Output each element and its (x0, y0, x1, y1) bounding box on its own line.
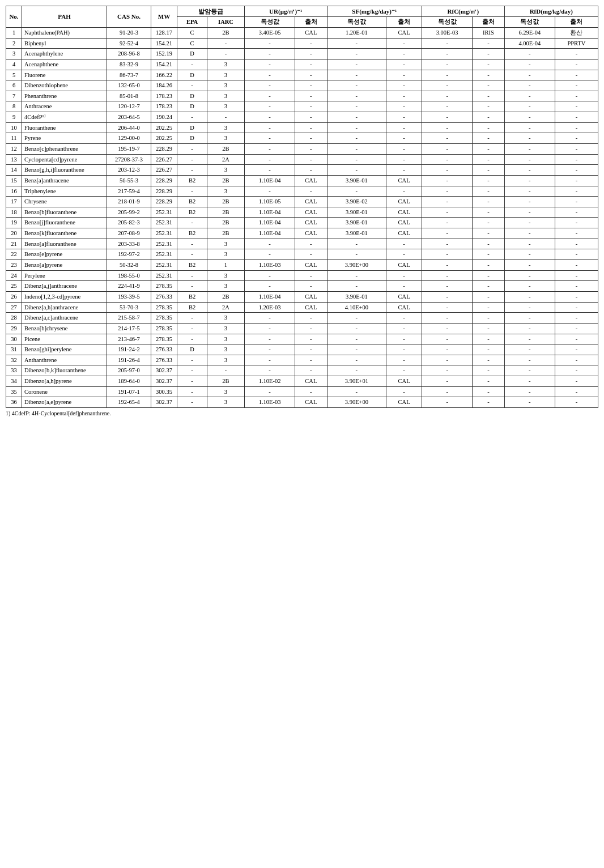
table-cell: - (473, 344, 504, 355)
table-cell: - (555, 49, 598, 59)
table-cell: - (504, 49, 555, 59)
table-cell: - (473, 397, 504, 408)
table-cell: 192-97-2 (107, 249, 151, 260)
table-cell: 1.10E-04 (244, 218, 295, 228)
table-row: 11Pyrene129-00-0202.25D3-------- (6, 133, 598, 144)
table-cell: - (295, 249, 327, 260)
table-cell: - (473, 249, 504, 260)
table-row: 34Dibenzo[a,h]pyrene189-64-0302.37-2B1.1… (6, 376, 598, 387)
table-cell: - (327, 133, 386, 144)
table-cell: 1.10E-04 (244, 207, 295, 218)
table-cell: - (473, 122, 504, 133)
table-cell: 206-44-0 (107, 122, 151, 133)
table-cell: - (244, 344, 295, 355)
table-cell: 1.10E-03 (244, 397, 295, 408)
table-cell: - (555, 228, 598, 239)
table-cell: - (386, 270, 422, 281)
table-cell: Indeno[1,2,3-cd]pyrene (22, 291, 107, 302)
table-cell: - (386, 49, 422, 59)
table-cell: - (422, 133, 473, 144)
table-cell: - (327, 270, 386, 281)
table-cell: 1.20E-03 (244, 302, 295, 313)
table-cell: - (295, 112, 327, 123)
table-cell: - (295, 365, 327, 376)
table-cell: - (504, 313, 555, 324)
table-cell: Benzo[b]fluoranthene (22, 207, 107, 218)
table-cell: Cyclopenta[cd]pyrene (22, 154, 107, 165)
table-cell: - (244, 38, 295, 49)
table-cell: - (555, 101, 598, 112)
table-cell: Dibenz[a,c]anthracene (22, 313, 107, 324)
table-cell: - (555, 197, 598, 207)
table-cell: 21 (6, 239, 22, 249)
table-cell: 190.24 (151, 112, 177, 123)
table-cell: - (555, 386, 598, 397)
table-cell: - (555, 154, 598, 165)
table-cell: 13 (6, 154, 22, 165)
table-cell: 4.00E-04 (504, 38, 555, 49)
table-cell: - (177, 397, 207, 408)
table-row: 8Anthracene120-12-7178.23D3-------- (6, 101, 598, 112)
table-cell: 3 (207, 101, 245, 112)
table-cell: 3 (207, 281, 245, 292)
table-cell: 3.90E-01 (327, 207, 386, 218)
table-cell: - (422, 165, 473, 176)
table-cell: - (244, 165, 295, 176)
table-cell: - (386, 249, 422, 260)
table-cell: 228.29 (151, 143, 177, 154)
table-cell: - (244, 186, 295, 197)
table-cell: - (473, 218, 504, 228)
table-cell: 4.10E+00 (327, 302, 386, 313)
table-cell: 218-01-9 (107, 197, 151, 207)
table-cell: - (422, 365, 473, 376)
table-cell: Fluorene (22, 70, 107, 80)
table-cell: 1.10E-04 (244, 175, 295, 186)
table-cell: 7 (6, 91, 22, 101)
table-cell: - (422, 101, 473, 112)
table-cell: - (386, 59, 422, 70)
table-cell: - (244, 365, 295, 376)
table-cell: 1 (207, 260, 245, 271)
table-cell: 17 (6, 197, 22, 207)
table-cell: - (386, 70, 422, 80)
table-cell: - (244, 49, 295, 59)
table-cell: - (327, 101, 386, 112)
table-cell: 2B (207, 143, 245, 154)
table-cell: 3 (207, 59, 245, 70)
table-cell: Naphthalene(PAH) (22, 27, 107, 38)
table-cell: Anthanthrene (22, 355, 107, 365)
table-cell: 252.31 (151, 218, 177, 228)
table-cell: - (244, 70, 295, 80)
table-cell: - (473, 80, 504, 91)
table-cell: - (555, 344, 598, 355)
table-row: 16Triphenylene217-59-4228.29-3-------- (6, 186, 598, 197)
table-cell: 3.90E-01 (327, 218, 386, 228)
table-cell: 3 (207, 344, 245, 355)
table-cell: - (473, 186, 504, 197)
header-sf-tox: 독성값 (327, 17, 386, 28)
table-cell: - (244, 334, 295, 344)
table-row: 25Dibenz[a,j]anthracene224-41-9278.35-3-… (6, 281, 598, 292)
table-cell: - (422, 70, 473, 80)
table-cell: 30 (6, 334, 22, 344)
table-cell: 33 (6, 365, 22, 376)
table-cell: 20 (6, 228, 22, 239)
table-row: 19Benzo[j]fluoranthene205-82-3252.31-2B1… (6, 218, 598, 228)
table-cell: CAL (386, 302, 422, 313)
table-cell: - (295, 91, 327, 101)
table-cell: 205-82-3 (107, 218, 151, 228)
table-row: 26Indeno[1,2,3-cd]pyrene193-39-5276.33B2… (6, 291, 598, 302)
table-cell: D (177, 122, 207, 133)
table-cell: - (177, 249, 207, 260)
table-cell: 215-58-7 (107, 313, 151, 324)
table-cell: - (504, 80, 555, 91)
table-cell: - (244, 122, 295, 133)
table-cell: 2 (6, 38, 22, 49)
table-cell: - (327, 49, 386, 59)
table-cell: 213-46-7 (107, 334, 151, 344)
table-cell: Acenaphthylene (22, 49, 107, 59)
table-cell: - (295, 186, 327, 197)
table-cell: - (473, 133, 504, 144)
table-row: 36Dibenzo[a,e]pyrene192-65-4302.37-31.10… (6, 397, 598, 408)
table-cell: - (327, 344, 386, 355)
